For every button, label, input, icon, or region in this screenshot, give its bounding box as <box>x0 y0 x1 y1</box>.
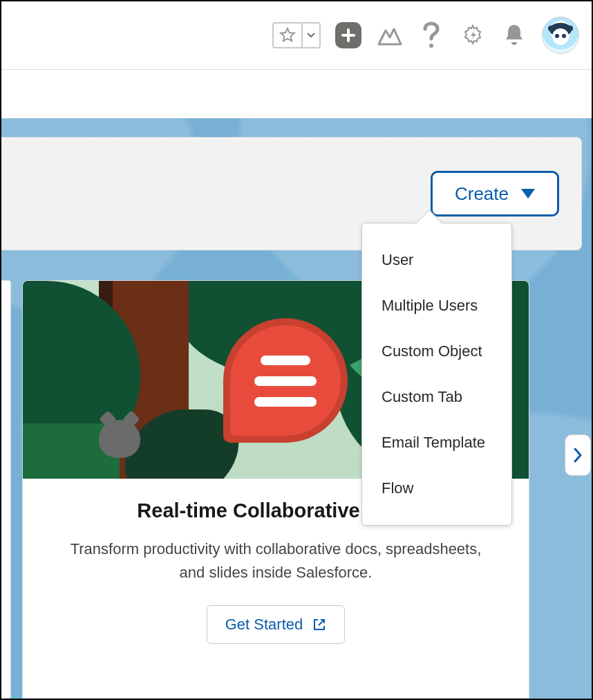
menu-item-email-template[interactable]: Email Template <box>362 420 511 466</box>
menu-item-user[interactable]: User <box>362 237 511 283</box>
astro-avatar-icon <box>545 20 576 50</box>
carousel-next-button[interactable] <box>565 434 591 476</box>
help-button[interactable] <box>417 21 445 49</box>
gear-bolt-icon <box>460 23 485 48</box>
favorite-star-button[interactable] <box>272 22 301 48</box>
external-link-icon <box>312 618 326 632</box>
card-description: Transform productivity with collaborativ… <box>57 537 494 584</box>
svg-point-6 <box>567 26 573 31</box>
svg-point-4 <box>562 34 566 38</box>
star-icon <box>279 27 296 44</box>
notifications-button[interactable] <box>500 21 528 49</box>
favorites-split-button[interactable] <box>272 22 321 48</box>
create-button[interactable]: Create <box>431 171 559 217</box>
bell-icon <box>504 24 525 47</box>
svg-point-2 <box>552 28 569 45</box>
trailhead-icon <box>377 25 402 46</box>
caret-down-icon <box>307 33 315 38</box>
chevron-right-icon <box>573 448 583 463</box>
svg-point-3 <box>555 34 559 38</box>
menu-item-custom-tab[interactable]: Custom Tab <box>362 374 511 420</box>
menu-item-flow[interactable]: Flow <box>362 466 511 511</box>
svg-point-5 <box>548 26 554 31</box>
create-button-label: Create <box>455 183 509 205</box>
question-icon <box>421 21 442 50</box>
menu-item-multiple-users[interactable]: Multiple Users <box>362 283 511 329</box>
global-header <box>1 1 592 70</box>
carousel-prev-card-edge <box>1 280 11 699</box>
get-started-button[interactable]: Get Started <box>207 605 346 644</box>
plus-icon <box>341 28 356 43</box>
quip-logo-icon <box>230 325 341 436</box>
global-actions-button[interactable] <box>335 21 362 49</box>
caret-down-icon <box>521 189 535 199</box>
svg-point-0 <box>429 44 433 48</box>
trailhead-button[interactable] <box>376 21 404 49</box>
setup-button[interactable] <box>459 21 487 49</box>
favorite-dropdown-button[interactable] <box>301 22 321 48</box>
get-started-label: Get Started <box>225 616 303 634</box>
user-avatar-button[interactable] <box>542 17 579 54</box>
menu-item-custom-object[interactable]: Custom Object <box>362 329 511 374</box>
create-dropdown-menu: User Multiple Users Custom Object Custom… <box>361 223 512 526</box>
